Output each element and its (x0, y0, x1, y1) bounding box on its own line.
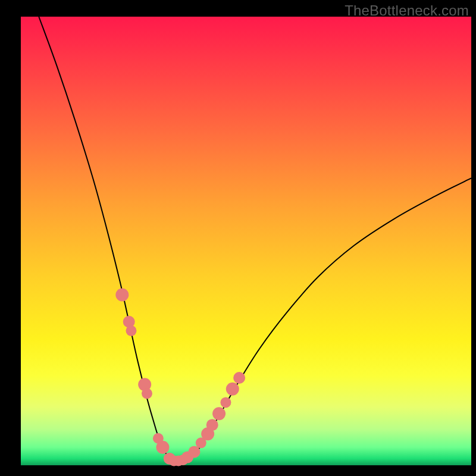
marker-dot (142, 388, 152, 399)
curve-layer (39, 17, 471, 461)
marker-dot (212, 407, 226, 420)
watermark-text: TheBottleneck.com (345, 2, 469, 19)
highlight-markers (115, 288, 245, 466)
chart-frame: TheBottleneck.com (0, 0, 476, 476)
marker-dot (233, 372, 245, 384)
marker-dot (188, 446, 200, 458)
marker-dot (220, 397, 231, 408)
marker-dot (156, 441, 169, 454)
marker-dot (206, 419, 218, 431)
marker-dot (226, 383, 239, 396)
marker-dot (126, 325, 136, 336)
marker-dot (115, 288, 129, 301)
chart-svg (21, 17, 471, 465)
bottleneck-curve (39, 17, 471, 461)
